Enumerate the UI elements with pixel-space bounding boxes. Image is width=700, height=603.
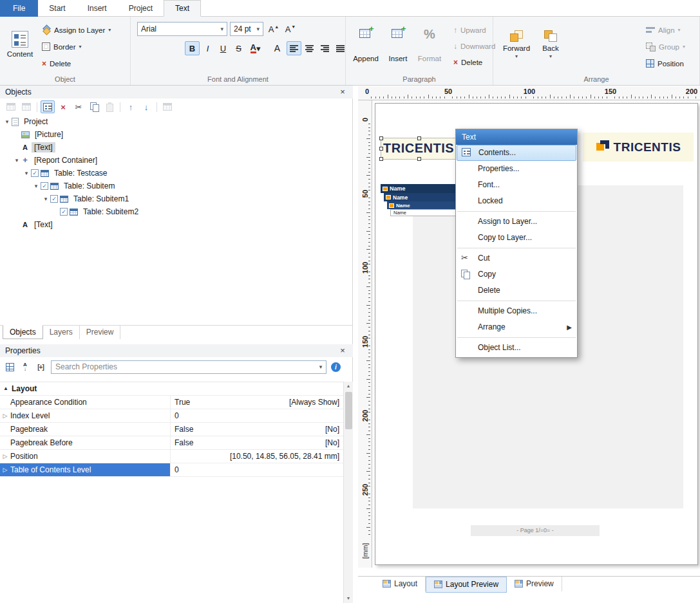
shrink-font-button[interactable]: A ▼ — [283, 22, 298, 36]
delete-object-icon[interactable]: × — [56, 100, 70, 113]
properties-scrollbar[interactable]: ▲ ▼ — [343, 382, 353, 603]
back-button[interactable]: Back ▾ — [536, 21, 565, 68]
cut-icon[interactable]: ✂ — [71, 100, 86, 113]
info-icon[interactable]: i — [331, 362, 341, 372]
delete-paragraph-button[interactable]: × Delete — [450, 55, 498, 69]
tree-expander-icon[interactable]: ▾ — [32, 183, 41, 189]
insert-button[interactable]: + Insert — [383, 22, 413, 64]
property-row-pagebreak[interactable]: PagebreakFalse[No] — [0, 423, 343, 436]
search-properties-input[interactable] — [52, 362, 316, 371]
menu-item-contents[interactable]: Contents... — [457, 145, 576, 161]
align-left-button[interactable] — [287, 41, 301, 55]
selection-handle[interactable] — [379, 157, 383, 161]
tab-objects[interactable]: Objects — [3, 325, 43, 339]
selection-handle[interactable] — [417, 157, 421, 161]
delete-object-button[interactable]: × Delete — [39, 57, 114, 70]
scroll-down-icon[interactable]: ▼ — [344, 594, 353, 603]
tree-item-table-subitem1[interactable]: ▾✓Table: Subitem1 — [0, 192, 353, 205]
tree-item-table-testcase[interactable]: ▾✓Table: Testcase — [0, 167, 353, 180]
text-object[interactable]: TRICENTIS — [381, 138, 458, 160]
property-expander-icon[interactable]: ▷ — [0, 409, 10, 422]
menu-item-delete[interactable]: Delete — [456, 283, 577, 299]
search-dropdown-icon[interactable]: ▾ — [316, 364, 326, 370]
selection-handle[interactable] — [379, 136, 383, 140]
object-properties-icon[interactable] — [41, 100, 55, 113]
tree-checkbox[interactable]: ✓ — [60, 208, 68, 216]
scrollbar-thumb[interactable] — [345, 392, 352, 429]
font-color-button[interactable]: A ▾ — [248, 41, 263, 55]
selection-handle[interactable] — [417, 136, 421, 140]
font-family-select[interactable]: Arial ▾ — [137, 22, 227, 36]
tree-checkbox[interactable]: ✓ — [50, 195, 58, 203]
tree-item-text[interactable]: A[Text] — [0, 218, 353, 231]
strikethrough-button[interactable]: S — [231, 41, 246, 55]
copy-icon[interactable] — [87, 100, 101, 113]
sort-alphabetical-button[interactable] — [18, 360, 32, 373]
ribbon-tab-insert[interactable]: Insert — [77, 0, 118, 17]
table-data-row[interactable]: Name — [390, 209, 458, 216]
italic-button[interactable]: I — [200, 41, 215, 55]
tree-item-report-container[interactable]: ▾+[Report Container] — [0, 154, 353, 167]
view-tab-layout[interactable]: Layout — [375, 577, 426, 591]
selection-handle[interactable] — [379, 147, 383, 151]
align-center-button[interactable] — [302, 41, 317, 55]
menu-item-object-list[interactable]: Object List... — [456, 340, 577, 356]
tree-expander-icon[interactable]: ▾ — [41, 196, 50, 202]
move-up-icon[interactable]: ↑ — [124, 100, 138, 113]
property-expander-icon[interactable]: ▷ — [0, 450, 10, 463]
position-button[interactable]: Position — [643, 57, 688, 70]
tree-item-project[interactable]: ▾Project — [0, 115, 353, 128]
ribbon-tab-file[interactable]: File — [0, 0, 38, 17]
tree-item-text[interactable]: A[Text] — [0, 141, 353, 154]
menu-item-properties[interactable]: Properties... — [456, 161, 577, 177]
expand-all-button[interactable]: [+] — [33, 360, 48, 373]
tab-preview[interactable]: Preview — [80, 326, 121, 339]
ribbon-tab-project[interactable]: Project — [118, 0, 164, 17]
ribbon-tab-text[interactable]: Text — [164, 0, 201, 17]
tree-checkbox[interactable]: ✓ — [41, 182, 48, 190]
close-icon[interactable]: × — [337, 88, 348, 97]
menu-item-locked[interactable]: Locked — [456, 193, 577, 209]
menu-item-multiple-copies[interactable]: Multiple Copies... — [456, 303, 577, 319]
property-expander-icon[interactable]: ▷ — [0, 463, 10, 476]
assign-to-layer-button[interactable]: Assign to Layer ▾ — [39, 23, 114, 37]
close-icon[interactable]: × — [337, 346, 348, 355]
menu-item-cut[interactable]: ✂Cut — [456, 250, 577, 266]
tab-layers[interactable]: Layers — [43, 326, 80, 339]
tree-expander-icon[interactable]: ▾ — [3, 118, 12, 125]
underline-button[interactable]: U — [216, 41, 231, 55]
property-row-appearance-condition[interactable]: Appearance ConditionTrue[Always Show] — [0, 396, 343, 409]
tree-item-table-subitem[interactable]: ▾✓Table: Subitem — [0, 180, 353, 192]
tree-expander-icon[interactable]: ▾ — [22, 170, 31, 176]
content-button[interactable]: Content — [3, 21, 37, 68]
search-properties-box[interactable]: ▾ — [51, 360, 326, 374]
view-tab-layout-preview[interactable]: Layout Preview — [426, 577, 507, 593]
append-button[interactable]: + Append — [350, 22, 382, 64]
property-row-position[interactable]: ▷Position[10.50, 14.85, 56.05, 28.41 mm] — [0, 450, 343, 463]
categorized-view-button[interactable] — [3, 360, 17, 373]
view-tab-preview[interactable]: Preview — [507, 577, 562, 591]
menu-item-copy-to-layer[interactable]: Copy to Layer... — [456, 230, 577, 246]
menu-item-assign-to-layer[interactable]: Assign to Layer... — [456, 214, 577, 230]
tree-checkbox[interactable]: ✓ — [31, 169, 39, 177]
property-row-table-of-contents-level[interactable]: ▷Table of Contents Level0 — [0, 463, 343, 477]
character-format-button[interactable]: A — [270, 41, 285, 55]
menu-item-copy[interactable]: Copy — [456, 266, 577, 283]
property-row-pagebreak-before[interactable]: Pagebreak BeforeFalse[No] — [0, 436, 343, 450]
move-down-icon[interactable]: ↓ — [139, 100, 153, 113]
bold-button[interactable]: B — [185, 41, 200, 55]
align-right-button[interactable] — [317, 41, 332, 55]
menu-item-arrange[interactable]: Arrange▶ — [456, 319, 577, 335]
property-row-index-level[interactable]: ▷Index Level0 — [0, 409, 343, 423]
border-button[interactable]: Border ▾ — [39, 40, 114, 53]
grow-font-button[interactable]: A ▲ — [266, 22, 281, 36]
tree-item-picture[interactable]: [Picture] — [0, 128, 353, 141]
forward-button[interactable]: Forward ▾ — [500, 21, 533, 68]
property-category-layout[interactable]: ▲Layout — [0, 382, 343, 396]
tree-item-table-subitem2[interactable]: ✓Table: Subitem2 — [0, 205, 353, 218]
font-size-select[interactable]: 24 pt ▾ — [230, 22, 263, 36]
ribbon-tab-start[interactable]: Start — [38, 0, 76, 17]
tree-expander-icon[interactable]: ▾ — [12, 157, 21, 163]
menu-item-font[interactable]: Font... — [456, 177, 577, 193]
scroll-up-icon[interactable]: ▲ — [344, 382, 353, 391]
